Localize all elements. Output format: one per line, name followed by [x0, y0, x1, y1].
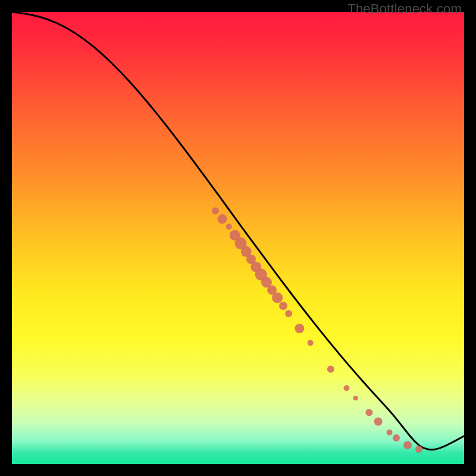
plot-area: [12, 12, 464, 464]
data-marker: [272, 292, 283, 303]
markers-group: [212, 207, 422, 453]
chart-frame: TheBottleneck.com: [0, 0, 476, 476]
data-marker: [403, 441, 412, 449]
data-marker: [415, 446, 422, 453]
data-marker: [279, 302, 287, 310]
data-marker: [226, 224, 232, 230]
curve-line: [12, 12, 464, 450]
data-marker: [387, 430, 393, 436]
data-marker: [343, 385, 349, 391]
data-marker: [327, 365, 334, 372]
data-marker: [295, 324, 304, 333]
data-marker: [365, 409, 372, 416]
watermark-text: TheBottleneck.com: [347, 1, 462, 17]
data-marker: [374, 418, 383, 426]
data-marker: [353, 396, 358, 400]
data-marker: [217, 214, 227, 224]
data-marker: [393, 434, 400, 441]
chart-svg: [12, 12, 464, 464]
data-marker: [308, 340, 314, 346]
data-marker: [212, 207, 219, 214]
data-marker: [285, 310, 292, 317]
